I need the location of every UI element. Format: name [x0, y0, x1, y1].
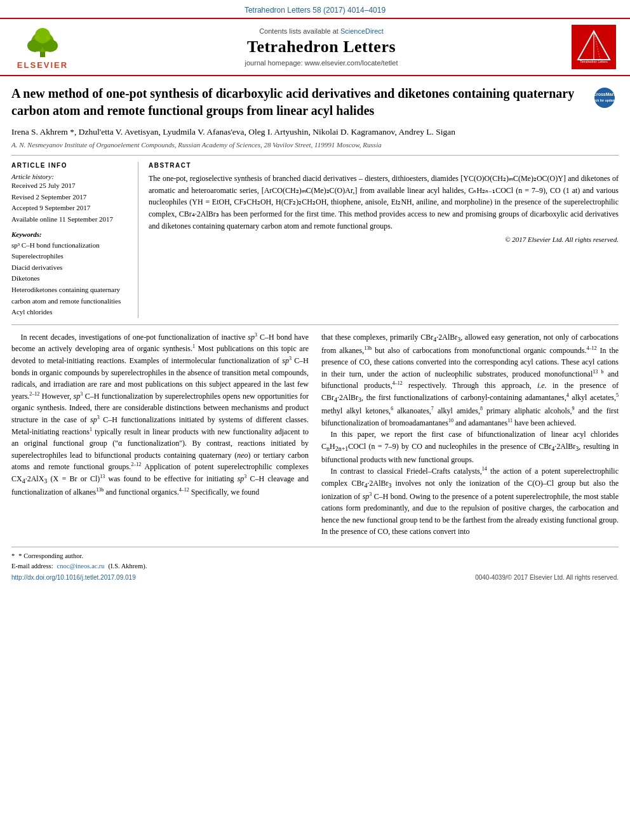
body-right-col: that these complexes, primarily CBr4·2Al…	[321, 331, 619, 538]
article-title-section: A new method of one-pot synthesis of dic…	[11, 85, 619, 119]
svg-point-4	[35, 28, 50, 43]
affiliation-line: A. N. Nesmeyanov Institute of Organoelem…	[11, 141, 619, 149]
svg-text:Tetrahedron Letters: Tetrahedron Letters	[580, 60, 608, 63]
article-history-heading: Article history:	[11, 173, 130, 180]
doi-link[interactable]: http://dx.doi.org/10.1016/j.tetlet.2017.…	[11, 574, 136, 581]
keywords-block: Keywords: sp³ C–H bond functionalization…	[11, 230, 130, 318]
kw-3: Diacid derivatives	[11, 262, 130, 274]
journal-top-bar: Tetrahedron Letters 58 (2017) 4014–4019	[0, 0, 630, 19]
page: Tetrahedron Letters 58 (2017) 4014–4019 …	[0, 0, 630, 840]
left-col-info: ARTICLE INFO Article history: Received 2…	[11, 162, 138, 318]
tetrahedron-logo-box: Tetrahedron Letters	[565, 24, 622, 70]
body-right-para-1: that these complexes, primarily CBr4·2Al…	[321, 331, 619, 429]
header-area: ELSEVIER Contents lists available at Sci…	[0, 19, 630, 76]
sciencedirect-prefix: Contents lists available at	[259, 27, 338, 35]
crossmark-icon: CrossMark click for updates	[594, 88, 615, 108]
email-suffix: (I.S. Akhrem).	[109, 561, 147, 571]
corresponding-author-note: * * Corresponding author.	[11, 551, 619, 561]
body-left-col: In recent decades, investigations of one…	[11, 331, 309, 538]
article-info-label: ARTICLE INFO	[11, 162, 130, 169]
email-line: E-mail address: cnoc@ineos.ac.ru (I.S. A…	[11, 561, 619, 571]
available-text: Available online 11 September 2017	[11, 214, 113, 225]
copyright-line: © 2017 Elsevier Ltd. All rights reserved…	[149, 236, 619, 243]
revised-text: Revised 2 September 2017	[11, 192, 86, 203]
body-left-para-1: In recent decades, investigations of one…	[11, 331, 309, 498]
journal-homepage: journal homepage: www.elsevier.com/locat…	[245, 59, 398, 67]
kw-6: Acyl chlorides	[11, 307, 130, 318]
svg-point-6	[45, 36, 50, 41]
journal-main-title: Tetrahedron Letters	[247, 37, 396, 57]
accepted-row: Accepted 9 September 2017	[11, 203, 130, 214]
kw-4: Diketones	[11, 273, 130, 284]
crossmark-badge: CrossMark click for updates	[594, 88, 619, 108]
tl-box: Tetrahedron Letters	[572, 25, 616, 69]
journal-citation: Tetrahedron Letters 58 (2017) 4014–4019	[245, 6, 385, 15]
article-area: A new method of one-pot synthesis of dic…	[0, 76, 630, 547]
footer-area: * * Corresponding author. E-mail address…	[11, 547, 619, 571]
svg-text:CrossMark: CrossMark	[594, 92, 615, 97]
article-info-abstract-section: ARTICLE INFO Article history: Received 2…	[11, 155, 619, 318]
footer-bottom: http://dx.doi.org/10.1016/j.tetlet.2017.…	[11, 574, 619, 581]
sciencedirect-link[interactable]: ScienceDirect	[340, 27, 384, 35]
article-main-title: A new method of one-pot synthesis of dic…	[11, 85, 589, 119]
abstract-text: The one-pot, regioselective synthesis of…	[149, 173, 619, 232]
svg-point-13	[595, 88, 614, 107]
body-right-para-3: In contrast to classical Friedel–Crafts …	[321, 465, 619, 538]
corresponding-star: *	[11, 551, 15, 561]
elsevier-logo: ELSEVIER	[8, 24, 77, 70]
received-row: Received 25 July 2017	[11, 180, 130, 192]
kw-2: Superelectrophiles	[11, 251, 130, 262]
kw-5: Heterodiketones containing quaternary ca…	[11, 284, 130, 307]
available-row: Available online 11 September 2017	[11, 214, 130, 225]
received-text: Received 25 July 2017	[11, 180, 76, 192]
abstract-label: ABSTRACT	[149, 162, 619, 169]
accepted-text: Accepted 9 September 2017	[11, 203, 90, 214]
elsevier-text: ELSEVIER	[17, 60, 68, 70]
svg-text:click for updates: click for updates	[594, 98, 615, 102]
body-two-col: In recent decades, investigations of one…	[11, 324, 619, 538]
email-link[interactable]: cnoc@ineos.ac.ru	[57, 561, 105, 571]
header-center: Contents lists available at ScienceDirec…	[84, 24, 559, 70]
sciencedirect-line: Contents lists available at ScienceDirec…	[259, 27, 384, 35]
authors-text: Irena S. Akhrem *, Dzhul'etta V. Avetisy…	[11, 127, 455, 137]
keywords-heading: Keywords:	[11, 230, 130, 238]
svg-point-5	[35, 36, 40, 41]
email-label: E-mail address:	[11, 561, 53, 571]
issn-text: 0040-4039/© 2017 Elsevier Ltd. All right…	[475, 574, 619, 581]
article-info-block: Article history: Received 25 July 2017 R…	[11, 173, 130, 225]
authors-line: Irena S. Akhrem *, Dzhul'etta V. Avetisy…	[11, 126, 619, 138]
body-right-para-2: In this paper, we report the first case …	[321, 429, 619, 465]
right-col-abstract: ABSTRACT The one-pot, regioselective syn…	[149, 162, 619, 318]
kw-1: sp³ C–H bond functionalization	[11, 240, 130, 251]
corresponding-label: * Corresponding author.	[18, 551, 83, 561]
revised-row: Revised 2 September 2017	[11, 192, 130, 203]
